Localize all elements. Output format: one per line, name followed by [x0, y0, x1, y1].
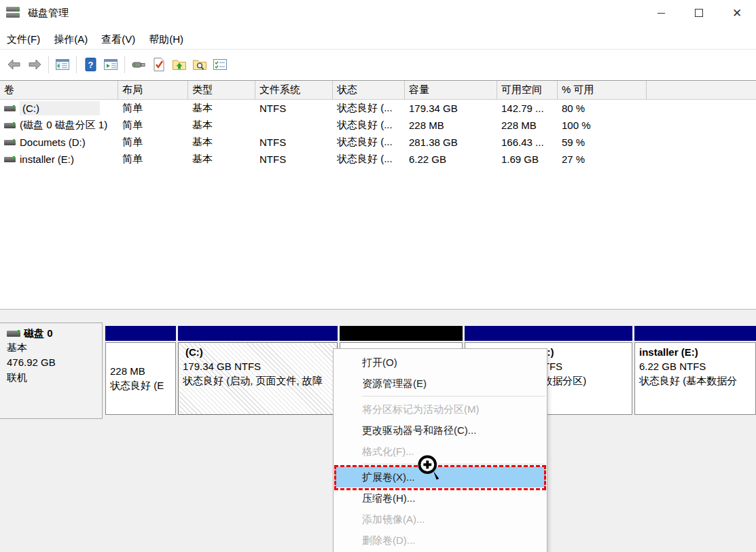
volume-name: installer (E:) [20, 153, 74, 165]
header-volume[interactable]: 卷 [0, 81, 118, 99]
cell-status: 状态良好 (... [333, 153, 405, 166]
partition-color-stripe [340, 326, 463, 341]
cell-percent-free: 100 % [558, 119, 647, 131]
menu-bar: 文件(F) 操作(A) 查看(V) 帮助(H) [0, 30, 756, 50]
cell-percent-free: 27 % [558, 153, 647, 165]
title-bar: 磁盘管理 ✕ [0, 0, 756, 26]
close-icon: ✕ [732, 7, 742, 19]
context-menu: 打开(O) 资源管理器(E) 将分区标记为活动分区(M) 更改驱动器号和路径(C… [333, 348, 547, 552]
partition-size: 6.22 GB NTFS [639, 359, 751, 373]
menu-item-change-drive-letter[interactable]: 更改驱动器号和路径(C)... [334, 420, 547, 441]
header-layout[interactable]: 布局 [118, 81, 188, 99]
menu-action[interactable]: 操作(A) [47, 31, 94, 48]
menu-separator [362, 396, 545, 397]
maximize-icon [695, 9, 703, 17]
back-icon[interactable] [5, 56, 23, 73]
toolbar-separator [48, 56, 49, 73]
cell-percent-free: 80 % [558, 103, 647, 114]
show-action-pane-icon[interactable] [102, 56, 120, 73]
menu-item-mark-active: 将分区标记为活动分区(M) [334, 399, 547, 420]
window-title: 磁盘管理 [28, 7, 69, 20]
cell-filesystem: NTFS [255, 136, 333, 148]
close-button[interactable]: ✕ [718, 0, 756, 26]
partition-color-stripe [465, 326, 632, 341]
cell-free-space: 142.79 ... [497, 103, 558, 114]
table-row[interactable]: Documets (D:) 简单 基本 NTFS 状态良好 (... 281.3… [0, 134, 756, 151]
partition-label: installer (E:) [639, 345, 751, 359]
header-type[interactable]: 类型 [188, 81, 255, 99]
partition-efi[interactable]: 228 MB 状态良好 (E [105, 326, 176, 415]
partition-status: 状态良好 (启动, 页面文件, 故障 [183, 373, 333, 388]
menu-item-shrink-volume[interactable]: 压缩卷(H)... [334, 487, 547, 509]
disk-management-window: 磁盘管理 ✕ 文件(F) 操作(A) 查看(V) 帮助(H) ? [0, 0, 756, 552]
partition-color-stripe [105, 326, 176, 341]
table-row[interactable]: (磁盘 0 磁盘分区 1) 简单 基本 状态良好 (... 228 MB 228… [0, 117, 756, 134]
cell-status: 状态良好 (... [333, 102, 405, 115]
disk0-name: 磁盘 0 [24, 327, 53, 340]
maximize-button[interactable] [680, 0, 718, 26]
disk0-panel[interactable]: 磁盘 0 基本 476.92 GB 联机 [0, 323, 103, 419]
header-filesystem[interactable]: 文件系统 [255, 81, 333, 99]
disk0-size: 476.92 GB [7, 355, 102, 370]
menu-help[interactable]: 帮助(H) [142, 31, 190, 48]
menu-item-delete-volume: 删除卷(D)... [334, 530, 547, 551]
help-icon[interactable]: ? [82, 56, 99, 73]
minimize-button[interactable] [642, 0, 680, 26]
header-percent-free[interactable]: % 可用 [558, 81, 647, 99]
toolbar-separator [76, 56, 77, 73]
disk-management-app-icon [6, 7, 21, 19]
cell-free-space: 166.43 ... [497, 136, 558, 148]
partition-e[interactable]: installer (E:) 6.22 GB NTFS 状态良好 (基本数据分 [634, 326, 756, 415]
toolbar: ? [0, 50, 756, 79]
volume-list-header: 卷 布局 类型 文件系统 状态 容量 可用空间 % 可用 [0, 81, 756, 100]
partition-size: 228 MB [110, 364, 171, 378]
cell-type: 基本 [188, 102, 255, 115]
volume-icon [4, 123, 16, 128]
cell-free-space: 1.69 GB [497, 153, 558, 165]
cell-free-space: 228 MB [497, 119, 558, 131]
cell-layout: 简单 [118, 102, 188, 115]
cell-type: 基本 [188, 136, 255, 149]
volume-name: (C:) [20, 101, 100, 115]
menu-item-explorer[interactable]: 资源管理器(E) [334, 373, 547, 394]
check-volume-icon[interactable] [150, 56, 168, 73]
rescan-disks-icon[interactable] [130, 56, 147, 73]
partition-label: (C:) [183, 345, 333, 359]
menu-separator [362, 464, 545, 464]
toolbar-separator [124, 56, 125, 73]
cell-percent-free: 59 % [558, 136, 647, 148]
header-status[interactable]: 状态 [333, 81, 405, 99]
volume-icon [4, 106, 16, 111]
volume-name: (磁盘 0 磁盘分区 1) [20, 119, 107, 132]
menu-item-open[interactable]: 打开(O) [334, 352, 547, 373]
disk0-type: 基本 [7, 340, 102, 355]
cell-capacity: 281.38 GB [405, 136, 497, 148]
cell-layout: 简单 [118, 136, 188, 149]
forward-icon[interactable] [26, 56, 43, 73]
header-free-space[interactable]: 可用空间 [497, 81, 558, 99]
menu-file[interactable]: 文件(F) [0, 31, 47, 48]
folder-search-icon[interactable] [191, 56, 209, 73]
volume-icon [4, 157, 16, 162]
cell-layout: 简单 [118, 153, 188, 166]
partition-status: 状态良好 (E [110, 378, 171, 392]
table-row[interactable]: (C:) 简单 基本 NTFS 状态良好 (... 179.34 GB 142.… [0, 100, 756, 117]
menu-view[interactable]: 查看(V) [94, 31, 142, 48]
properties-list-icon[interactable] [211, 56, 229, 73]
volume-icon [4, 140, 16, 145]
disk-icon [7, 331, 20, 337]
partition-c[interactable]: (C:) 179.34 GB NTFS 状态良好 (启动, 页面文件, 故障 [178, 326, 338, 415]
cell-status: 状态良好 (... [333, 119, 405, 132]
header-capacity[interactable]: 容量 [405, 81, 497, 99]
cell-type: 基本 [188, 153, 255, 166]
show-console-tree-icon[interactable] [54, 56, 71, 73]
partition-size: 179.34 GB NTFS [183, 359, 333, 373]
header-blank [647, 81, 756, 99]
folder-up-icon[interactable] [170, 56, 188, 73]
volume-list: 卷 布局 类型 文件系统 状态 容量 可用空间 % 可用 (C:) 简单 基本 … [0, 80, 756, 310]
cell-filesystem: NTFS [255, 153, 333, 165]
cell-capacity: 228 MB [405, 119, 497, 131]
table-row[interactable]: installer (E:) 简单 基本 NTFS 状态良好 (... 6.22… [0, 151, 756, 168]
disk0-status: 联机 [7, 370, 102, 385]
volume-name: Documets (D:) [20, 136, 86, 148]
